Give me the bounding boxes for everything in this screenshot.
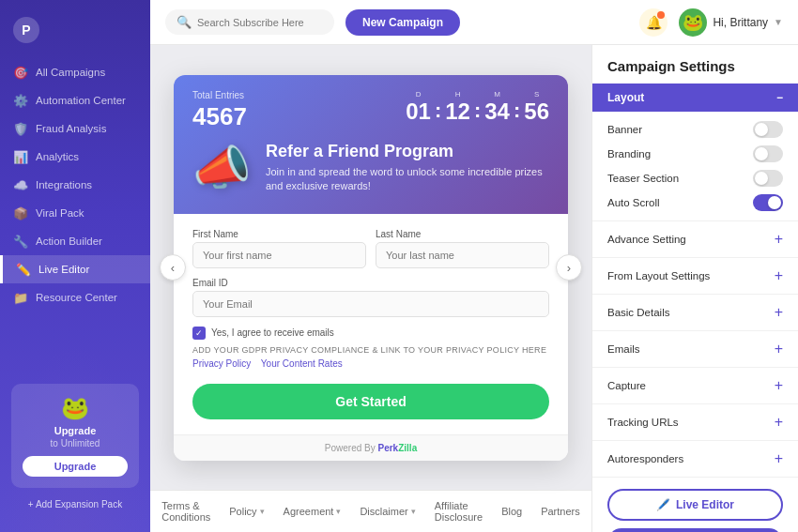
sidebar-item-viral-pack[interactable]: 📦 Viral Pack (0, 199, 150, 227)
resource-icon: 📁 (13, 290, 28, 305)
get-started-button[interactable]: Get Started (192, 384, 549, 419)
sidebar-item-live-editor[interactable]: ✏️ Live Editor (0, 255, 150, 283)
first-name-group: First Name (192, 229, 366, 268)
tracking-urls-header[interactable]: Tracking URLs + (592, 404, 798, 440)
content-area: ‹ Total Entries 4567 D 01 (150, 45, 798, 532)
sidebar-logo: P (0, 9, 150, 58)
emails-accordion: Emails + (592, 331, 798, 368)
sep-3: : (514, 99, 520, 125)
main-area: 🔍 New Campaign 🔔 🐸 Hi, Brittany ▼ ‹ (150, 0, 798, 532)
user-info[interactable]: 🐸 Hi, Brittany ▼ (679, 8, 783, 37)
powered-by-text: Powered By (325, 443, 376, 453)
card-title: Refer a Friend Program (266, 142, 549, 161)
integrations-icon: ☁️ (13, 177, 28, 192)
sidebar-bottom: 🐸 Upgrade to Unlimited Upgrade + Add Exp… (0, 374, 150, 523)
notification-bell[interactable]: 🔔 (639, 8, 668, 37)
builder-icon: 🔧 (13, 234, 28, 249)
sidebar-item-resource-center[interactable]: 📁 Resource Center (0, 283, 150, 312)
sidebar-item-action-builder[interactable]: 🔧 Action Builder (0, 227, 150, 255)
email-input[interactable] (192, 291, 549, 317)
advance-setting-accordion: Advance Setting + (592, 221, 798, 258)
name-row: First Name Last Name (192, 229, 549, 268)
add-expansion-link[interactable]: + Add Expansion Pack (11, 495, 139, 513)
upgrade-button[interactable]: Upgrade (23, 456, 128, 477)
teaser-label: Teaser Section (607, 173, 679, 184)
prev-arrow[interactable]: ‹ (160, 254, 186, 281)
svg-text:P: P (22, 23, 30, 38)
seconds-unit: S 56 (524, 90, 549, 125)
last-name-label: Last Name (376, 229, 549, 239)
banner-label: Banner (607, 124, 642, 135)
branding-toggle-row: Branding (607, 145, 783, 162)
user-name: Hi, Brittany (713, 16, 768, 29)
tracking-urls-accordion: Tracking URLs + (592, 404, 798, 441)
banner-toggle-row: Banner (607, 121, 783, 138)
get-code-button[interactable]: Get Code (607, 528, 783, 532)
from-layout-header[interactable]: From Layout Settings + (592, 258, 798, 294)
emails-header[interactable]: Emails + (592, 331, 798, 367)
advance-setting-header[interactable]: Advance Setting + (592, 221, 798, 257)
fraud-icon: 🛡️ (13, 121, 28, 136)
sidebar-item-all-campaigns[interactable]: 🎯 All Campaigns (0, 58, 150, 86)
card-body: First Name Last Name Email ID (174, 214, 568, 434)
basic-details-accordion: Basic Details + (592, 295, 798, 331)
canvas-area: ‹ Total Entries 4567 D 01 (150, 45, 591, 532)
days-unit: D 01 (406, 90, 431, 125)
perkzilla-logo: PerkZilla (378, 443, 418, 453)
sep-1: : (435, 99, 441, 125)
banner-toggle[interactable] (753, 121, 783, 138)
content-rates-link[interactable]: Your Content Rates (261, 358, 343, 369)
from-layout-plus-icon: + (775, 267, 783, 284)
sidebar-item-analytics[interactable]: 📊 Analytics (0, 143, 150, 171)
autoscroll-toggle-row: Auto Scroll (607, 194, 783, 211)
total-entries-value: 4567 (192, 102, 247, 131)
gdpr-row: ✓ Yes, I agree to receive emails (192, 327, 549, 340)
autoscroll-toggle[interactable] (753, 194, 783, 211)
affiliate-link[interactable]: Affiliate Disclosure (435, 500, 483, 523)
first-name-input[interactable] (192, 242, 366, 268)
card-header: Total Entries 4567 D 01 : H (174, 75, 568, 214)
privacy-policy-link[interactable]: Privacy Policy (192, 358, 251, 369)
gdpr-info: ADD YOUR GDPR PRIVACY COMPLIANCE & LINK … (192, 345, 549, 355)
total-entries-label: Total Entries (192, 90, 247, 100)
toggle-section: Banner Branding Teaser Section Auto Scro… (592, 112, 798, 221)
email-group: Email ID (192, 278, 549, 317)
sidebar-item-automation[interactable]: ⚙️ Automation Center (0, 86, 150, 114)
sidebar-item-fraud[interactable]: 🛡️ Fraud Analysis (0, 114, 150, 143)
new-campaign-button[interactable]: New Campaign (345, 9, 460, 36)
viral-icon: 📦 (13, 205, 28, 220)
chevron-down-icon: ▼ (774, 17, 783, 27)
autoresponders-accordion: Autoresponders + (592, 441, 798, 478)
branding-toggle[interactable] (753, 145, 783, 162)
disclaimer-link[interactable]: Disclaimer ▾ (360, 506, 415, 517)
hero-text: Refer a Friend Program Join in and sprea… (266, 142, 549, 194)
last-name-input[interactable] (376, 242, 549, 268)
live-editor-button[interactable]: 🖊️ Live Editor (607, 489, 783, 521)
campaigns-icon: 🎯 (13, 65, 28, 80)
next-arrow[interactable]: › (556, 254, 582, 281)
basic-details-header[interactable]: Basic Details + (592, 295, 798, 330)
countdown: D 01 : H 12 : M (406, 90, 549, 125)
terms-link[interactable]: Terms & Conditions (161, 500, 210, 523)
gdpr-checkbox[interactable]: ✓ (192, 327, 206, 340)
partners-link[interactable]: Partners (541, 506, 580, 517)
first-name-label: First Name (192, 229, 366, 239)
search-bar[interactable]: 🔍 (165, 9, 334, 35)
mascot-icon: 🐸 (23, 395, 128, 421)
megaphone-icon: 📣 (192, 141, 251, 195)
policy-link[interactable]: Policy ▾ (229, 506, 264, 517)
advance-plus-icon: + (775, 231, 783, 248)
agreement-link[interactable]: Agreement ▾ (284, 506, 342, 517)
sidebar-item-integrations[interactable]: ☁️ Integrations (0, 171, 150, 199)
teaser-toggle-row: Teaser Section (607, 170, 783, 187)
autoresponders-header[interactable]: Autoresponders + (592, 441, 798, 477)
basic-details-plus-icon: + (775, 304, 783, 321)
search-input[interactable] (197, 17, 310, 28)
blog-link[interactable]: Blog (501, 506, 522, 517)
capture-header[interactable]: Capture + (592, 368, 798, 403)
layout-tab[interactable]: Layout − (592, 84, 798, 112)
sidebar: P 🎯 All Campaigns ⚙️ Automation Center 🛡… (0, 0, 150, 532)
preview-wrapper: ‹ Total Entries 4567 D 01 (150, 45, 591, 490)
email-label: Email ID (192, 278, 549, 288)
teaser-toggle[interactable] (753, 170, 783, 187)
